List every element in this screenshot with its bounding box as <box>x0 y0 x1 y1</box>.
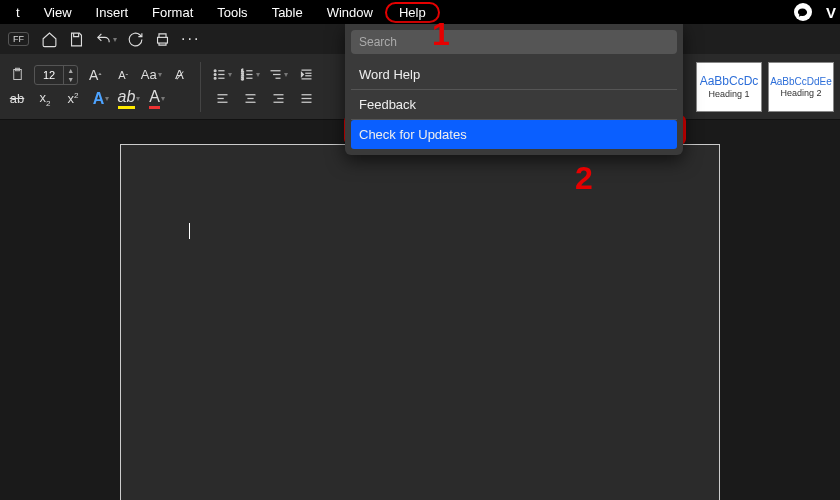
divider <box>200 62 201 112</box>
style-sample: AaBbCcDc <box>700 74 759 88</box>
menubar: t View Insert Format Tools Table Window … <box>0 0 840 24</box>
text-effects-icon[interactable]: A▾ <box>90 89 112 109</box>
align-justify-icon[interactable] <box>295 89 317 109</box>
highlight-icon[interactable]: ab▾ <box>118 89 140 109</box>
svg-point-3 <box>214 70 216 72</box>
svg-point-7 <box>214 77 216 79</box>
align-right-icon[interactable] <box>267 89 289 109</box>
align-left-icon[interactable] <box>211 89 233 109</box>
multilevel-list-icon[interactable]: ▾ <box>267 65 289 85</box>
paste-icon[interactable] <box>6 65 28 85</box>
style-heading-1[interactable]: AaBbCcDc Heading 1 <box>696 62 762 112</box>
help-search[interactable] <box>351 30 677 54</box>
font-color-icon[interactable]: A▾ <box>146 89 168 109</box>
home-icon[interactable] <box>41 31 58 48</box>
menu-item-help[interactable]: Help <box>385 2 440 23</box>
menu-item-view[interactable]: View <box>32 2 84 23</box>
change-case-icon[interactable]: Aa▾ <box>140 65 162 85</box>
style-label: Heading 1 <box>708 89 749 99</box>
help-menu-feedback[interactable]: Feedback <box>351 90 677 120</box>
menu-item-format[interactable]: Format <box>140 2 205 23</box>
undo-icon[interactable]: ▾ <box>95 31 117 48</box>
clear-format-icon[interactable]: A̷ <box>168 65 190 85</box>
menu-item-window[interactable]: Window <box>315 2 385 23</box>
font-size-stepper[interactable]: 12 ▲▼ <box>34 65 78 85</box>
superscript-icon[interactable]: x2 <box>62 89 84 109</box>
numbering-icon[interactable]: 123▾ <box>239 65 261 85</box>
menu-item-table[interactable]: Table <box>260 2 315 23</box>
styles-gallery: AaBbCcDc Heading 1 AaBbCcDdEe Heading 2 <box>696 62 834 112</box>
document-area <box>0 120 840 500</box>
svg-rect-0 <box>158 37 168 43</box>
document-page[interactable] <box>120 144 720 500</box>
menu-item-t[interactable]: t <box>4 2 32 23</box>
style-sample: AaBbCcDdEe <box>770 76 832 87</box>
menu-item-tools[interactable]: Tools <box>205 2 259 23</box>
font-size-value: 12 <box>35 69 63 81</box>
help-menu-word-help[interactable]: Word Help <box>351 60 677 90</box>
indent-left-icon[interactable] <box>295 65 317 85</box>
menu-item-insert[interactable]: Insert <box>84 2 141 23</box>
subscript-icon[interactable]: x2 <box>34 89 56 109</box>
align-center-icon[interactable] <box>239 89 261 109</box>
print-icon[interactable] <box>154 31 171 48</box>
redo-sync-icon[interactable] <box>127 31 144 48</box>
svg-text:3: 3 <box>242 76 245 81</box>
style-label: Heading 2 <box>780 88 821 98</box>
bullets-icon[interactable]: ▾ <box>211 65 233 85</box>
ff-badge: FF <box>8 32 29 46</box>
help-search-input[interactable] <box>359 35 669 49</box>
app-initial: V <box>826 4 836 21</box>
help-menu-check-updates[interactable]: Check for Updates <box>351 120 677 149</box>
grow-font-icon[interactable]: Aˆ <box>84 65 106 85</box>
help-dropdown: Word Help Feedback Check for Updates <box>345 24 683 155</box>
text-cursor <box>189 223 190 239</box>
style-heading-2[interactable]: AaBbCcDdEe Heading 2 <box>768 62 834 112</box>
save-icon[interactable] <box>68 31 85 48</box>
chat-icon[interactable] <box>794 3 812 21</box>
strike-icon[interactable]: ab <box>6 89 28 109</box>
more-icon[interactable]: ··· <box>181 30 200 48</box>
svg-point-5 <box>214 74 216 76</box>
shrink-font-icon[interactable]: Aˇ <box>112 65 134 85</box>
